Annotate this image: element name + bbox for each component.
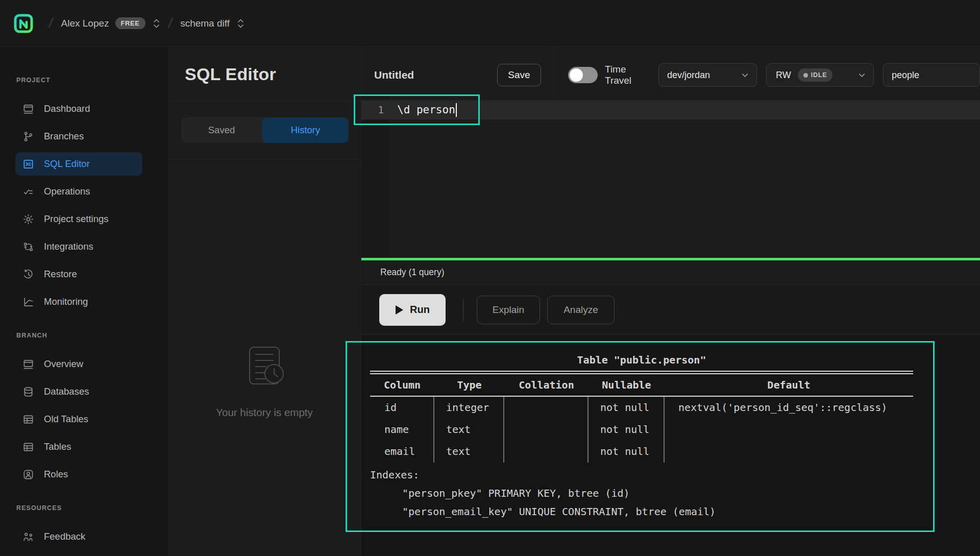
sidebar-item-sql-editor[interactable]: SQL Editor — [15, 152, 142, 176]
sql-editor-icon — [22, 158, 34, 170]
result-table-body: id integer not null nextval('person_id_s… — [370, 397, 913, 463]
feedback-icon — [22, 531, 34, 543]
rule — [370, 371, 913, 374]
sidebar-item-overview[interactable]: Overview — [15, 352, 142, 376]
explain-button[interactable]: Explain — [477, 296, 540, 324]
tab-history[interactable]: History — [262, 117, 349, 143]
status-dot-icon — [803, 73, 808, 78]
document-title[interactable]: Untitled — [374, 69, 414, 81]
branch-select[interactable]: dev/jordan — [658, 63, 757, 87]
sidebar-item-old-tables[interactable]: Old Tables — [15, 407, 142, 431]
index-entry: "person_pkey" PRIMARY KEY, btree (id) — [370, 484, 913, 502]
sidebar-item-integrations[interactable]: Integrations — [15, 235, 142, 258]
index-entry: "person_email_key" UNIQUE CONSTRAINT, bt… — [370, 502, 913, 521]
current-line[interactable]: 1 \d person — [361, 100, 980, 119]
play-icon — [395, 305, 404, 315]
history-empty-state: Your history is empty — [168, 207, 360, 556]
sidebar-item-branches[interactable]: Branches — [15, 125, 142, 148]
text-caret — [456, 103, 457, 117]
compute-select[interactable]: RW IDLE — [766, 63, 874, 87]
table-row: email text not null — [370, 441, 913, 463]
time-travel-label: Time Travel — [605, 64, 646, 86]
tabs-row: Saved History — [168, 102, 361, 160]
panel-header: SQL Editor — [168, 47, 361, 102]
branches-icon — [22, 131, 34, 142]
page-title: SQL Editor — [185, 64, 276, 84]
monitoring-icon — [22, 296, 34, 308]
database-icon — [22, 386, 34, 398]
tab-saved[interactable]: Saved — [181, 117, 262, 143]
line-number: 1 — [361, 104, 390, 115]
analyze-button[interactable]: Analyze — [547, 296, 615, 324]
overview-icon — [22, 358, 34, 370]
status-text: Ready (1 query) — [380, 267, 444, 278]
indexes-label: Indexes: — [370, 466, 913, 484]
roles-icon — [22, 469, 34, 480]
saved-history-tabs: Saved History — [181, 117, 349, 143]
table-icon — [22, 441, 34, 453]
document-header: Untitled Save — [361, 47, 553, 96]
neon-logo-icon[interactable] — [13, 13, 34, 34]
compute-status-badge: IDLE — [798, 68, 833, 82]
result-table-header: Column Type Collation Nullable Default — [370, 374, 913, 396]
chevron-down-icon — [740, 70, 750, 80]
save-button[interactable]: Save — [497, 64, 541, 86]
sidebar-item-feedback[interactable]: Feedback — [15, 525, 142, 548]
history-empty-text: Your history is empty — [216, 406, 313, 419]
sidebar-item-restore[interactable]: Restore — [15, 262, 142, 286]
restore-icon — [22, 269, 34, 280]
org-switcher-unfold-icon[interactable] — [153, 18, 160, 29]
org-name[interactable]: Alex Lopez — [61, 18, 109, 29]
history-empty-icon — [244, 344, 284, 389]
sidebar-item-roles[interactable]: Roles — [15, 463, 142, 486]
plan-badge: FREE — [115, 17, 145, 29]
topbar: / Alex Lopez FREE / schema diff — [0, 0, 980, 47]
divider — [463, 299, 463, 321]
sidebar-item-tables[interactable]: Tables — [15, 435, 142, 458]
sidebar-section-branch: BRANCH — [16, 332, 168, 339]
result-table-title: Table "public.person" — [370, 349, 913, 371]
run-button[interactable]: Run — [379, 294, 446, 326]
table-row: id integer not null nextval('person_id_s… — [370, 397, 913, 419]
chevron-down-icon — [857, 70, 867, 80]
psql-output: Table "public.person" Column Type Collat… — [370, 349, 913, 521]
table-icon — [22, 414, 34, 425]
results-panel: Table "public.person" Column Type Collat… — [361, 335, 980, 556]
editor-area: Untitled Save Time Travel dev/jordan RW … — [361, 47, 980, 556]
breadcrumb-separator: / — [167, 15, 173, 31]
integrations-icon — [22, 241, 34, 253]
query-actions: Run Explain Analyze — [361, 285, 980, 335]
code-editor[interactable]: 1 \d person — [361, 96, 980, 258]
status-bar: Ready (1 query) — [361, 260, 980, 285]
breadcrumb-separator: / — [48, 15, 54, 31]
project-switcher-unfold-icon[interactable] — [237, 18, 244, 29]
neon-console: / Alex Lopez FREE / schema diff PROJECT … — [0, 0, 980, 556]
project-name[interactable]: schema diff — [180, 18, 230, 29]
dashboard-icon — [22, 103, 34, 115]
time-travel-toggle[interactable] — [568, 67, 598, 83]
editor-header: Untitled Save Time Travel dev/jordan RW … — [361, 47, 980, 96]
sidebar-section-resources: RESOURCES — [16, 504, 168, 512]
connection-toolbar: Time Travel dev/jordan RW IDLE — [553, 47, 980, 96]
sidebar-item-dashboard[interactable]: Dashboard — [15, 97, 142, 120]
code-text: \d person — [397, 104, 455, 116]
sidebar: PROJECT Dashboard Branches SQL Editor Op… — [0, 47, 168, 556]
toggle-knob — [570, 68, 583, 82]
database-select[interactable]: people — [883, 63, 980, 87]
sql-editor-panel: SQL Editor Saved History Your history is… — [168, 47, 361, 556]
sidebar-item-project-settings[interactable]: Project settings — [15, 207, 142, 231]
operations-icon — [22, 186, 34, 198]
sidebar-item-operations[interactable]: Operations — [15, 180, 142, 203]
editor-gutter — [361, 96, 390, 258]
sidebar-item-monitoring[interactable]: Monitoring — [15, 290, 142, 313]
sidebar-item-databases[interactable]: Databases — [15, 380, 142, 403]
table-row: name text not null — [370, 419, 913, 441]
gear-icon — [22, 213, 34, 225]
sidebar-section-project: PROJECT — [16, 77, 168, 84]
